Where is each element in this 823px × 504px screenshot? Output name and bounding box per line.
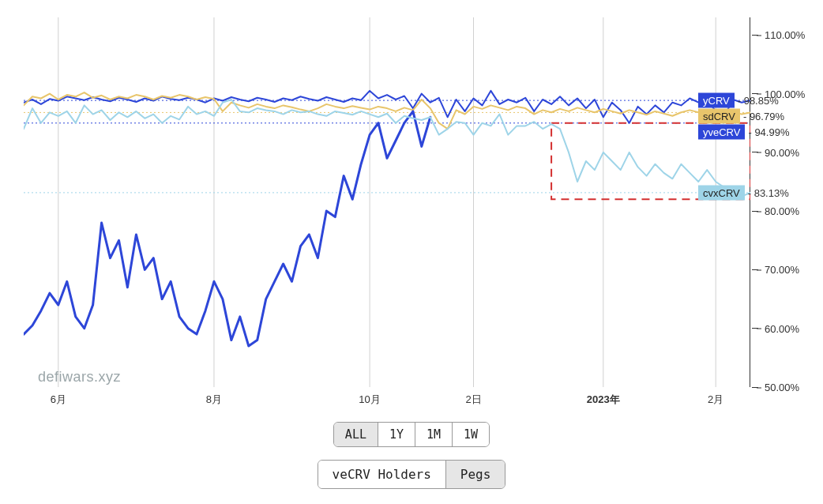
y-tick-label: 70.00% <box>765 264 799 276</box>
y-tick-label: 80.00% <box>765 205 799 217</box>
range-button-1W[interactable]: 1W <box>453 423 489 446</box>
series-badge-yveCRV: yveCRV- 94.99% <box>698 125 790 140</box>
view-tab-group: veCRV HoldersPegs <box>318 460 506 489</box>
series-badge-value: - 94.99% <box>745 126 789 138</box>
watermark: defiwars.xyz <box>38 369 121 386</box>
x-tick-label: 8月 <box>206 393 222 407</box>
tab-pegs[interactable]: Pegs <box>446 461 505 488</box>
series-badge-value: - 83.13% <box>745 186 789 198</box>
view-tabs: veCRV HoldersPegs <box>0 460 823 489</box>
series-badge-name: cvxCRV <box>698 185 745 200</box>
series-badge-value: - 96.79% <box>740 111 784 122</box>
x-tick-label: 6月 <box>51 393 66 407</box>
range-button-1Y[interactable]: 1Y <box>378 423 415 446</box>
chart-plot-area <box>24 17 750 387</box>
tab-vecrv-holders[interactable]: veCRV Holders <box>318 461 446 488</box>
series-badge-value: - 98.85% <box>735 95 779 107</box>
series-badge-cvxCRV: cvxCRV- 83.13% <box>698 185 789 200</box>
range-button-1M[interactable]: 1M <box>415 423 453 446</box>
series-badge-name: sdCRV <box>698 109 740 124</box>
range-button-ALL[interactable]: ALL <box>334 423 378 446</box>
x-tick-label: 2月 <box>708 393 723 407</box>
chart-svg <box>24 17 750 387</box>
series-badge-yCRV: yCRV- 98.85% <box>698 93 779 108</box>
x-tick-label: 2日 <box>465 393 481 407</box>
time-range-button-group: ALL1Y1M1W <box>333 422 490 447</box>
series-badge-sdCRV: sdCRV- 96.79% <box>698 109 784 124</box>
y-tick-label: 60.00% <box>765 322 799 334</box>
time-range-controls: ALL1Y1M1W <box>0 422 823 447</box>
series-badge-name: yCRV <box>698 93 735 108</box>
x-tick-label: 2023年 <box>587 393 620 407</box>
series-badge-name: yveCRV <box>698 125 745 140</box>
y-tick-label: 90.00% <box>765 146 799 158</box>
y-tick-label: 50.00% <box>765 382 799 393</box>
x-axis: 6月8月10月2日2023年2月 <box>24 393 750 412</box>
x-tick-label: 10月 <box>359 393 380 407</box>
y-axis: 110.00%100.00%90.00%80.00%70.00%60.00%50… <box>750 17 814 387</box>
y-tick-label: 110.00% <box>765 29 805 41</box>
